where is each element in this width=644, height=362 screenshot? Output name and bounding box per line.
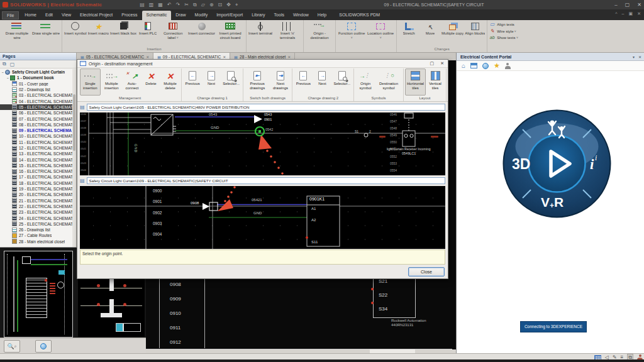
dialog-close-icon[interactable]: ✕ <box>440 61 444 66</box>
ribbon-button[interactable]: Draw single wire <box>31 21 60 47</box>
globe-icon[interactable] <box>482 63 489 69</box>
dialog-toolbar-button[interactable]: Single insertion <box>80 69 101 96</box>
page-item[interactable]: 03 - ELECTRICAL SCHEMATI <box>0 92 72 98</box>
drawing2-canvas[interactable]: 09000901090209030904 0908 05421 GND 0901… <box>80 186 445 249</box>
ribbon-button[interactable]: Stretch <box>398 21 419 47</box>
page-item[interactable]: 27 - Cable Routes <box>0 233 72 238</box>
favorites-icon[interactable]: ★ <box>494 62 500 70</box>
page-item[interactable]: 15 - ELECTRICAL SCHEMATI <box>0 163 72 168</box>
ribbon-toggle[interactable]: Show texts <box>489 35 518 40</box>
ribbon-button[interactable]: Draw multiple wire <box>3 21 31 47</box>
dialog-toolbar-button[interactable]: Delete <box>142 69 160 96</box>
menu-tab[interactable]: Library <box>247 11 269 20</box>
dialog-toolbar-button[interactable]: Selector... <box>331 69 352 96</box>
quick-access-icon[interactable]: ▦ <box>158 0 163 9</box>
page-item[interactable]: 12 - ELECTRICAL SCHEMATI <box>0 145 72 151</box>
dialog-toolbar-button[interactable]: Next drawings <box>270 69 291 96</box>
page-item[interactable]: 08 - ELECTRICAL SCHEMATI <box>0 122 72 128</box>
collapse-icon[interactable]: − <box>1 70 5 74</box>
page-item[interactable]: 18 - ELECTRICAL SCHEMATI <box>0 180 72 186</box>
menu-tab[interactable]: Modify <box>191 11 213 20</box>
ribbon-button[interactable]: Function outline <box>337 21 366 47</box>
pages-scrollbar[interactable] <box>72 69 76 247</box>
menu-tab[interactable]: Home <box>20 11 41 20</box>
menu-tab[interactable]: Tools <box>270 11 289 20</box>
dialog-toolbar-button[interactable]: Origin symbol <box>355 69 375 96</box>
portal-dock-button[interactable]: ▾ <box>633 55 635 59</box>
dialog-toolbar-button[interactable]: Multiple insertion <box>101 69 123 96</box>
ribbon-button[interactable]: Insert printed circuit board <box>216 21 245 47</box>
page-item[interactable]: 07 - ELECTRICAL SCHEMATI <box>0 116 72 121</box>
page-item[interactable]: 25 - ELECTRICAL SCHEMATI <box>0 221 72 227</box>
page-item[interactable]: 01 - Cover page <box>0 81 72 87</box>
dialog-maximize-button[interactable]: ▢ <box>430 61 435 66</box>
page-item[interactable]: 02 - Drawings list <box>0 87 72 92</box>
page-item[interactable]: 20 - ELECTRICAL SCHEMATI <box>0 192 72 197</box>
quick-access-icon[interactable]: ↷ <box>176 0 180 9</box>
dialog-toolbar-button[interactable]: Previous <box>183 69 202 96</box>
ribbon-toggle[interactable]: Align texts <box>489 21 518 27</box>
pages-tool-icon[interactable]: ⧉ <box>3 61 6 67</box>
ribbon-button[interactable]: Insert black box <box>109 21 137 47</box>
dialog-toolbar-button[interactable]: Next <box>202 69 221 96</box>
tab-close-icon[interactable]: ✕ <box>287 55 291 59</box>
page-item[interactable]: 24 - ELECTRICAL SCHEMATI <box>0 215 72 221</box>
menu-tab[interactable]: File <box>2 11 19 19</box>
quick-access-icon[interactable]: ⊡ <box>218 0 223 9</box>
dialog-toolbar-button[interactable]: Next <box>313 69 331 96</box>
doc-window-button[interactable]: ^ <box>615 11 617 16</box>
ribbon-button[interactable]: Align blocks <box>464 21 486 47</box>
ribbon-button[interactable]: Insert PLC <box>137 21 158 47</box>
quick-access-icon[interactable]: ⧉ <box>193 0 197 9</box>
doc-window-button[interactable]: ▣ <box>629 11 633 16</box>
project-root-node[interactable]: − Safety Circuit Light Curtain <box>0 69 72 75</box>
dialog-toolbar-button[interactable]: Auto-connect <box>123 69 142 96</box>
page-item[interactable]: 17 - ELECTRICAL SCHEMATI <box>0 174 72 180</box>
menu-tab[interactable]: Import/Export <box>212 11 247 20</box>
menu-tab[interactable]: Electrical Project <box>75 11 117 20</box>
dialog-toolbar-button[interactable]: Horizontal tiles <box>405 69 426 96</box>
ribbon-button[interactable]: Insert macro <box>87 21 109 47</box>
page-item[interactable]: 11 - ELECTRICAL SCHEMATI <box>0 140 72 145</box>
close-button[interactable]: ✕ <box>637 0 641 9</box>
page-item[interactable]: 16 - ELECTRICAL SCHEMATI <box>0 168 72 174</box>
page-item[interactable]: 10 - ELECTRICAL SCHEMATI <box>0 133 72 139</box>
close-button[interactable]: Close <box>408 267 445 277</box>
quick-access-icon[interactable]: ▥ <box>149 0 154 9</box>
menu-tab[interactable]: Process <box>117 11 142 20</box>
tab-close-icon[interactable]: ✕ <box>146 55 149 59</box>
document-book-node[interactable]: − 1 - Document book <box>0 75 72 80</box>
page-item[interactable]: 23 - ELECTRICAL SCHEMATI <box>0 209 72 215</box>
zoom-page-button[interactable]: 🔍⌕ <box>4 340 20 353</box>
drawing1-canvas[interactable]: 053605370538053905400541054205430544 054… <box>80 112 445 175</box>
account-icon[interactable] <box>505 63 511 69</box>
menu-tab[interactable]: Edit <box>41 11 57 20</box>
menu-tab[interactable]: Help <box>313 11 331 20</box>
page-item[interactable]: 05 - ELECTRICAL SCHEMATI <box>0 104 72 110</box>
dialog-toolbar-button[interactable]: Previous drawings <box>245 69 270 96</box>
ribbon-toggle[interactable]: Wire style <box>489 28 518 34</box>
menu-tab[interactable]: Schematic <box>142 11 172 20</box>
page-item[interactable]: 14 - ELECTRICAL SCHEMATI <box>0 156 72 162</box>
quick-access-icon[interactable]: ✥ <box>226 0 231 9</box>
page-item[interactable]: 28 - Main electrical closet <box>0 239 72 244</box>
page-item[interactable]: 13 - ELECTRICAL SCHEMATI <box>0 151 72 156</box>
3dexperience-compass-logo[interactable]: 3D i i V+R <box>502 109 612 219</box>
pages-tool-icon[interactable]: ▢ <box>10 62 15 67</box>
collapse-icon[interactable]: − <box>6 76 10 80</box>
ribbon-button[interactable]: Multiple copy <box>441 21 464 47</box>
minimize-button[interactable]: – <box>614 0 617 9</box>
connecting-3dexperience-button[interactable]: Connecting to 3DEXPERIENCE <box>520 321 587 332</box>
web-preview-button[interactable] <box>35 340 52 353</box>
doc-window-button[interactable]: – <box>622 11 625 16</box>
page-thumbnail-05[interactable] <box>4 251 73 337</box>
page-item[interactable]: 22 - ELECTRICAL SCHEMATI <box>0 204 72 209</box>
menu-tab[interactable]: SOLIDWORKS PDM <box>335 11 384 20</box>
home-icon[interactable]: ⌂ <box>462 62 465 69</box>
ribbon-button[interactable]: Connection label <box>158 21 187 47</box>
ribbon-button[interactable]: Insert symbol <box>64 21 87 47</box>
menu-tab[interactable]: View <box>57 11 75 20</box>
quick-access-icon[interactable]: ▤ <box>140 0 145 9</box>
tab-close-icon[interactable]: ✕ <box>223 55 226 59</box>
maximize-button[interactable]: ▢ <box>625 0 630 9</box>
